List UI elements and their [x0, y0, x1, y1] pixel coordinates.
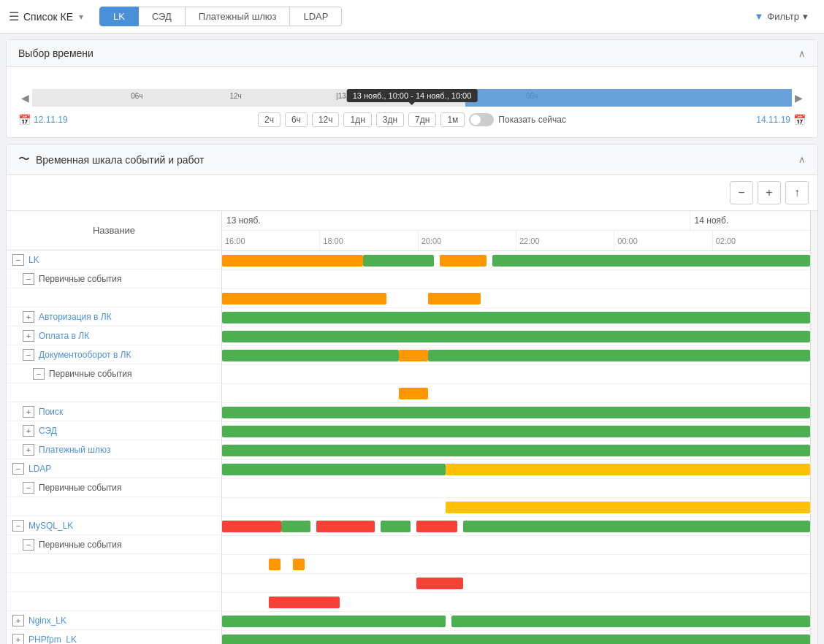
row-toggle-pay-lk[interactable]: +: [23, 330, 34, 342]
time-section-collapse-icon[interactable]: ∧: [798, 48, 806, 59]
name-cell-pay-lk: +Оплата в ЛК: [7, 326, 222, 345]
zoom-6h[interactable]: 6ч: [285, 112, 308, 127]
row-label-phpfpm[interactable]: PHPfpm_LK: [28, 635, 77, 645]
name-cell-mysql: −MySQL_LK: [7, 516, 222, 534]
time-section-header[interactable]: Выбор времени ∧: [7, 40, 817, 67]
row-label-sed[interactable]: СЭД: [39, 426, 57, 436]
chart-cell-payment-gw: [222, 441, 810, 460]
table-row: [7, 288, 221, 307]
gantt-time-0200: 02:00: [713, 231, 810, 250]
gantt-time-2000: 20:00: [419, 231, 516, 250]
row-toggle-payment-gw[interactable]: +: [23, 444, 34, 456]
row-label-search[interactable]: Поиск: [39, 407, 63, 417]
gantt-bar-payment-gw-0: [222, 445, 810, 456]
row-toggle-nginx[interactable]: +: [12, 615, 24, 626]
gantt-zoom-out-button[interactable]: −: [730, 181, 753, 204]
cal-left-icon[interactable]: 📅: [18, 114, 31, 126]
gantt-bar-mysql-4: [416, 521, 457, 532]
name-cell-mysql-primary-data3: [7, 592, 222, 610]
name-cell-ldap-primary-data: [7, 497, 222, 515]
gantt-scrollbar[interactable]: [810, 211, 817, 644]
name-cell-lk: −LK: [7, 250, 222, 269]
tab-sed[interactable]: СЭД: [139, 7, 186, 26]
timeline-tooltip: 13 нояб., 10:00 - 14 нояб., 10:00: [347, 89, 478, 102]
zoom-2h[interactable]: 2ч: [258, 112, 281, 127]
tab-buttons: LK СЭД Платежный шлюз LDAP: [99, 7, 342, 26]
left-date-label: 12.11.19: [34, 115, 68, 125]
gantt-zoom-in-button[interactable]: +: [758, 181, 781, 204]
row-toggle-mysql[interactable]: −: [12, 520, 24, 532]
row-label-doc-lk[interactable]: Документооборот в ЛК: [39, 350, 131, 360]
chart-row-auth-lk: [222, 308, 810, 327]
table-row: +Оплата в ЛК: [7, 326, 221, 345]
row-toggle-auth-lk[interactable]: +: [23, 311, 34, 323]
name-cell-lk-primary-data: [7, 288, 222, 307]
zoom-1d[interactable]: 1дн: [343, 112, 371, 127]
toolbar-chevron-icon[interactable]: ▾: [79, 12, 83, 22]
filter-icon: ▼: [754, 11, 763, 22]
gantt-time-0000: 00:00: [614, 231, 712, 250]
row-toggle-doc-primary[interactable]: −: [33, 368, 45, 380]
gantt-bar-mysql-3: [381, 521, 410, 532]
chart-cell-doc-primary: [222, 365, 810, 384]
tab-payment[interactable]: Платежный шлюз: [186, 7, 291, 26]
name-cell-lk-primary: −Первичные события: [7, 269, 222, 288]
gantt-name-header: Название: [7, 211, 221, 250]
zoom-12h[interactable]: 12ч: [312, 112, 340, 127]
tab-ldap[interactable]: LDAP: [290, 7, 342, 26]
row-label-payment-gw[interactable]: Платежный шлюз: [39, 445, 110, 455]
row-label-pay-lk[interactable]: Оплата в ЛК: [39, 331, 89, 341]
filter-button[interactable]: ▼ Фильтр ▾: [747, 7, 815, 26]
chart-row-ldap-primary-data: [222, 498, 810, 517]
row-label-nginx[interactable]: Nginx_LK: [28, 616, 66, 626]
tab-lk[interactable]: LK: [99, 7, 139, 26]
row-label-lk[interactable]: LK: [28, 255, 39, 265]
gantt-icon: 〜: [18, 152, 30, 167]
gantt-section-header[interactable]: 〜 Временная шкала событий и работ ∧: [7, 145, 817, 175]
row-toggle-lk[interactable]: −: [12, 254, 24, 266]
table-row: −Первичные события: [7, 269, 221, 288]
ruler-arrow-left[interactable]: ◀: [18, 92, 32, 104]
ruler-arrow-right[interactable]: ▶: [792, 92, 806, 104]
gantt-chart-header: 13 нояб. 14 нояб. 16:00 18:00 20:00 22:0…: [222, 211, 810, 251]
chart-cell-mysql-primary: [222, 536, 810, 555]
row-label-ldap[interactable]: LDAP: [28, 464, 51, 474]
row-label-auth-lk[interactable]: Авторизация в ЛК: [39, 312, 112, 322]
gantt-date-row: 13 нояб. 14 нояб.: [222, 211, 810, 231]
show-now-toggle[interactable]: [469, 113, 494, 126]
gantt-chart-rows: [222, 251, 810, 644]
name-cell-ldap: −LDAP: [7, 459, 222, 478]
gantt-scroll-up-button[interactable]: ↑: [785, 181, 809, 204]
zoom-7d[interactable]: 7дн: [408, 112, 436, 127]
chart-row-lk-primary: [222, 270, 810, 289]
cal-right-icon[interactable]: 📅: [793, 114, 806, 126]
gantt-section-collapse-icon[interactable]: ∧: [798, 154, 806, 165]
name-cell-doc-primary-data: [7, 383, 222, 402]
table-row: +СЭД: [7, 421, 221, 440]
time-section-body: 13 нояб., 10:00 - 14 нояб., 10:00 ◀ 06ч …: [7, 67, 817, 137]
chart-row-mysql-primary: [222, 536, 810, 555]
table-row: −MySQL_LK: [7, 516, 221, 535]
gantt-bar-lk-0: [222, 255, 363, 267]
row-toggle-doc-lk[interactable]: −: [23, 349, 34, 361]
row-toggle-search[interactable]: +: [23, 406, 34, 418]
table-row: −LK: [7, 250, 221, 269]
gantt-bar-mysql-1: [281, 521, 310, 532]
chart-row-doc-primary: [222, 365, 810, 384]
row-label-mysql[interactable]: MySQL_LK: [28, 521, 73, 531]
zoom-3d[interactable]: 3дн: [376, 112, 404, 127]
zoom-1m[interactable]: 1м: [440, 112, 465, 127]
row-toggle-mysql-primary[interactable]: −: [23, 539, 34, 551]
chart-row-doc-lk: [222, 346, 810, 365]
time-section-title: Выбор времени: [18, 47, 94, 59]
gantt-section: 〜 Временная шкала событий и работ ∧ − + …: [6, 144, 818, 644]
time-section-title-text: Выбор времени: [18, 47, 94, 59]
row-toggle-sed[interactable]: +: [23, 425, 34, 437]
row-toggle-lk-primary[interactable]: −: [23, 273, 34, 285]
right-date-label: 14.11.19: [756, 115, 790, 125]
row-toggle-phpfpm[interactable]: +: [12, 634, 24, 645]
time-zoom-controls: 2ч 6ч 12ч 1дн 3дн 7дн 1м Показать сейчас: [258, 112, 566, 127]
row-toggle-ldap[interactable]: −: [12, 463, 24, 475]
row-toggle-ldap-primary[interactable]: −: [23, 482, 34, 494]
name-cell-doc-primary: −Первичные события: [7, 364, 222, 383]
